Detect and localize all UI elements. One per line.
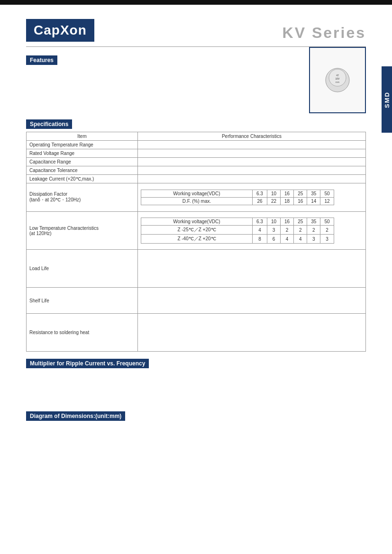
table-row: Capacitance Tolerance — [27, 166, 366, 175]
inner-cell: 2 — [307, 226, 320, 235]
shelf-life-label: Shelf Life — [27, 288, 138, 314]
row-value — [138, 158, 366, 166]
inner-cell: 18 — [281, 198, 294, 205]
table-row: Leakage Current (+20℃,max.) — [27, 175, 366, 183]
inner-header: 10 — [267, 218, 280, 226]
features-label: Features — [26, 55, 57, 65]
inner-cell: 26 — [253, 198, 267, 205]
load-life-label: Load Life — [27, 250, 138, 288]
resistance-row: Resistance to soldering heat — [27, 314, 366, 352]
specifications-section: Specifications Item Performance Characte… — [0, 115, 392, 352]
inner-header: 16 — [281, 218, 294, 226]
inner-header: 25 — [294, 190, 307, 198]
inner-header: Working voltage(VDC) — [141, 190, 253, 198]
row-value — [138, 166, 366, 175]
inner-cell: 4 — [253, 226, 267, 235]
product-image-box: 47 10V KVS — [309, 47, 366, 113]
dissipation-label: Dissipation Factor(tanδ・at 20℃・120Hz) — [27, 183, 138, 212]
dissipation-inner-table: Working voltage(VDC) 6.3 10 16 25 35 50 … — [141, 190, 334, 205]
inner-cell: 6 — [267, 235, 280, 244]
low-temp-label: Low Temperature Characteristics(at 120Hz… — [27, 212, 138, 250]
inner-header: 35 — [307, 190, 320, 198]
inner-header: 6.3 — [253, 218, 267, 226]
row-item: Capacitance Tolerance — [27, 166, 138, 175]
svg-text:10V: 10V — [336, 77, 340, 80]
svg-text:47: 47 — [336, 74, 339, 77]
capacitor-image: 47 10V KVS — [323, 66, 352, 94]
specifications-table: Item Performance Characteristics Operati… — [26, 132, 366, 352]
load-life-row: Load Life — [27, 250, 366, 288]
inner-cell: 2 — [281, 226, 294, 235]
dissipation-value: Working voltage(VDC) 6.3 10 16 25 35 50 … — [138, 183, 366, 212]
inner-cell: D.F. (%) max. — [141, 198, 253, 205]
logo-text: CapXon — [34, 23, 87, 37]
inner-header: 25 — [294, 218, 307, 226]
inner-cell: 16 — [294, 198, 307, 205]
inner-cell: 3 — [267, 226, 280, 235]
inner-cell: 4 — [281, 235, 294, 244]
diagram-section: Diagram of Dimensions:(unit:mm) — [0, 404, 392, 514]
smd-label: SMD — [383, 91, 391, 108]
low-temp-row: Low Temperature Characteristics(at 120Hz… — [27, 212, 366, 250]
diagram-content — [26, 424, 366, 509]
table-col2-header: Performance Characteristics — [138, 132, 366, 141]
inner-cell: 22 — [267, 198, 280, 205]
inner-cell: 12 — [320, 198, 334, 205]
multiplier-section: Multiplier for Ripple Current vs. Freque… — [0, 352, 392, 404]
inner-header: 6.3 — [253, 190, 267, 198]
table-col1-header: Item — [27, 132, 138, 141]
logo-box: CapXon — [26, 19, 94, 42]
row-value — [138, 141, 366, 149]
dissipation-row: Dissipation Factor(tanδ・at 20℃・120Hz) Wo… — [27, 183, 366, 212]
row-item: Leakage Current (+20℃,max.) — [27, 175, 138, 183]
multiplier-label: Multiplier for Ripple Current vs. Freque… — [26, 359, 149, 368]
inner-header: 50 — [320, 190, 334, 198]
row-item: Capacitance Range — [27, 158, 138, 166]
table-row: Rated Voltage Range — [27, 149, 366, 158]
inner-header: 16 — [281, 190, 294, 198]
inner-cell: 4 — [294, 235, 307, 244]
inner-cell: 8 — [253, 235, 267, 244]
resistance-value — [138, 314, 366, 352]
inner-cell: 2 — [320, 226, 334, 235]
inner-header: 10 — [267, 190, 280, 198]
inner-cell: 3 — [307, 235, 320, 244]
low-temp-value: Working voltage(VDC) 6.3 10 16 25 35 50 … — [138, 212, 366, 250]
table-row: Capacitance Range — [27, 158, 366, 166]
row-value — [138, 149, 366, 158]
row-value — [138, 175, 366, 183]
load-life-value — [138, 250, 366, 288]
inner-header: Working voltage(VDC) — [141, 218, 253, 226]
row-item: Rated Voltage Range — [27, 149, 138, 158]
inner-cell: Z -25℃／Z +20℃ — [141, 226, 253, 235]
table-row: Operating Temperature Range — [27, 141, 366, 149]
inner-cell: Z -40℃／Z +20℃ — [141, 235, 253, 244]
smd-side-tab: SMD — [382, 66, 392, 133]
diagram-label: Diagram of Dimensions:(unit:mm) — [26, 411, 125, 421]
inner-header: 35 — [307, 218, 320, 226]
inner-cell: 2 — [294, 226, 307, 235]
page-header: CapXon KV Series — [0, 5, 392, 46]
shelf-life-value — [138, 288, 366, 314]
multiplier-content — [26, 371, 366, 400]
inner-cell: 14 — [307, 198, 320, 205]
low-temp-inner-table: Working voltage(VDC) 6.3 10 16 25 35 50 … — [141, 218, 334, 244]
series-title: KV Series — [283, 24, 366, 42]
row-item: Operating Temperature Range — [27, 141, 138, 149]
shelf-life-row: Shelf Life — [27, 288, 366, 314]
specifications-label: Specifications — [26, 119, 72, 129]
inner-header: 50 — [320, 218, 334, 226]
top-bar — [0, 0, 392, 5]
inner-cell: 3 — [320, 235, 334, 244]
resistance-label: Resistance to soldering heat — [27, 314, 138, 352]
svg-text:KVS: KVS — [336, 81, 339, 83]
